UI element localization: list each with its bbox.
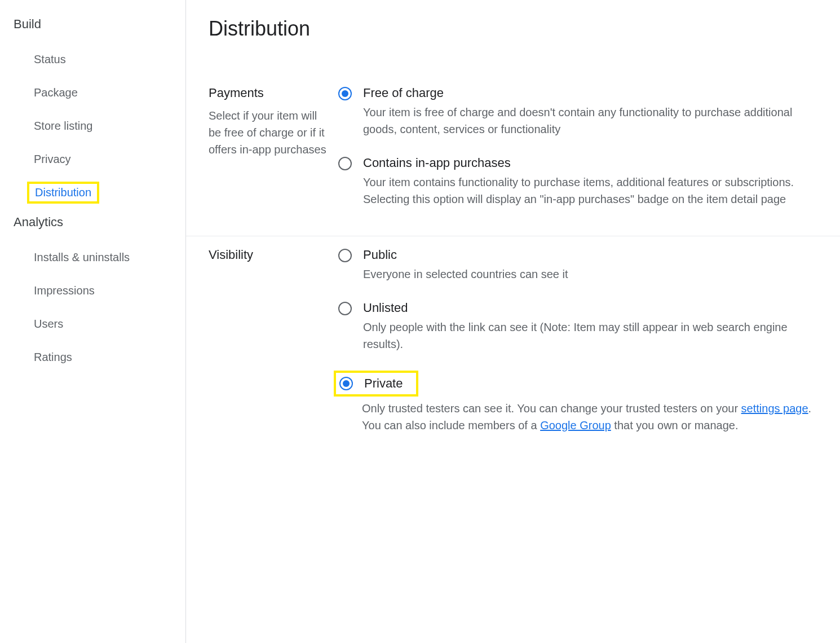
settings-page-link[interactable]: settings page [741,402,808,415]
radio-content: Free of charge Your item is free of char… [363,86,817,138]
sidebar-item-ratings[interactable]: Ratings [0,341,185,374]
private-desc-text4: that you own or manage. [611,419,739,431]
private-highlight: Private [334,371,418,397]
radio-option-inapp[interactable]: Contains in-app purchases Your item cont… [338,156,817,208]
sidebar-item-status[interactable]: Status [0,43,185,76]
radio-desc-unlisted: Only people with the link can see it (No… [363,319,817,353]
visibility-title: Visibility [209,248,327,262]
radio-label-free: Free of charge [363,86,817,100]
sidebar-item-package[interactable]: Package [0,76,185,109]
payments-title: Payments [209,86,327,100]
sidebar-heading-build: Build [0,11,185,37]
radio-desc-inapp: Your item contains functionality to purc… [363,174,817,208]
page-title: Distribution [186,0,840,74]
radio-label-inapp: Contains in-app purchases [363,156,817,170]
payments-subtitle: Select if your item will be free of char… [209,107,327,158]
private-desc-text2: . [808,402,812,415]
sidebar-heading-analytics: Analytics [0,209,185,235]
radio-content: Public Everyone in selected countries ca… [363,248,817,283]
radio-option-public[interactable]: Public Everyone in selected countries ca… [338,248,817,283]
payments-options: Free of charge Your item is free of char… [338,86,817,208]
sidebar-item-store-listing[interactable]: Store listing [0,109,185,143]
radio-option-free[interactable]: Free of charge Your item is free of char… [338,86,817,138]
sidebar-item-users[interactable]: Users [0,307,185,341]
sidebar-item-privacy[interactable]: Privacy [0,143,185,176]
radio-label-public: Public [363,248,817,262]
private-desc-text3: You can also include members of a [362,419,540,431]
radio-content: Unlisted Only people with the link can s… [363,301,817,353]
google-group-link[interactable]: Google Group [540,419,611,431]
sidebar-item-installs[interactable]: Installs & uninstalls [0,241,185,274]
radio-icon [338,87,352,100]
sidebar-highlight: Distribution [27,182,99,204]
radio-icon [338,302,352,315]
radio-icon [338,249,352,262]
main-content: Distribution Payments Select if your ite… [186,0,840,643]
private-desc-text1: Only trusted testers can see it. You can… [362,402,741,415]
visibility-section: Visibility Public Everyone in selected c… [186,236,840,462]
radio-option-private[interactable]: Private Only trusted testers can see it.… [338,371,817,434]
radio-desc-free: Your item is free of charge and doesn't … [363,104,817,138]
visibility-section-left: Visibility [209,248,338,434]
sidebar-item-impressions[interactable]: Impressions [0,274,185,307]
radio-label-unlisted: Unlisted [363,301,817,315]
radio-desc-private: Only trusted testers can see it. You can… [362,400,817,434]
radio-content: Contains in-app purchases Your item cont… [363,156,817,208]
radio-desc-public: Everyone in selected countries can see i… [363,266,817,283]
sidebar: Build Status Package Store listing Priva… [0,0,186,643]
radio-label-private: Private [364,376,403,391]
sidebar-item-distribution[interactable]: Distribution [35,186,91,199]
payments-section: Payments Select if your item will be fre… [186,74,840,236]
radio-icon [339,377,353,390]
payments-section-left: Payments Select if your item will be fre… [209,86,338,208]
radio-icon [338,157,352,170]
radio-option-unlisted[interactable]: Unlisted Only people with the link can s… [338,301,817,353]
visibility-options: Public Everyone in selected countries ca… [338,248,817,434]
